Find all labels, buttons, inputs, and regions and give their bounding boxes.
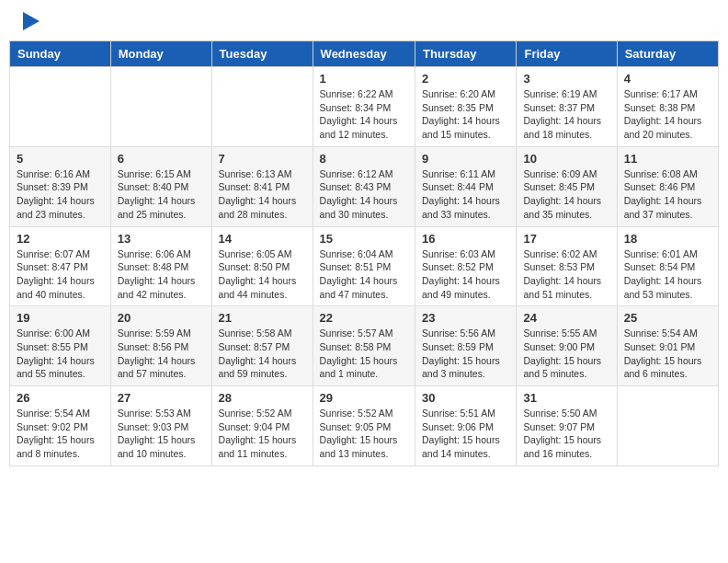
calendar-cell: 3Sunrise: 6:19 AMSunset: 8:37 PMDaylight… — [517, 67, 617, 147]
day-number: 5 — [17, 152, 104, 166]
calendar-cell: 26Sunrise: 5:54 AMSunset: 9:02 PMDayligh… — [10, 386, 111, 466]
calendar-cell — [211, 67, 313, 147]
calendar-cell: 29Sunrise: 5:52 AMSunset: 9:05 PMDayligh… — [313, 386, 415, 466]
day-info: Sunrise: 5:57 AMSunset: 8:58 PMDaylight:… — [320, 327, 408, 381]
day-info: Sunrise: 6:02 AMSunset: 8:53 PMDaylight:… — [523, 247, 609, 302]
calendar-week-row: 26Sunrise: 5:54 AMSunset: 9:02 PMDayligh… — [10, 386, 719, 466]
logo-arrow-icon — [23, 12, 40, 30]
day-number: 27 — [118, 391, 205, 405]
day-number: 10 — [523, 152, 609, 166]
day-number: 7 — [219, 152, 306, 166]
day-info: Sunrise: 5:54 AMSunset: 9:02 PMDaylight:… — [17, 407, 104, 461]
calendar-cell: 4Sunrise: 6:17 AMSunset: 8:38 PMDaylight… — [617, 67, 718, 147]
day-number: 13 — [118, 232, 205, 246]
day-info: Sunrise: 5:54 AMSunset: 9:01 PMDaylight:… — [624, 327, 711, 381]
day-number: 30 — [422, 391, 509, 405]
day-info: Sunrise: 5:53 AMSunset: 9:03 PMDaylight:… — [118, 407, 205, 461]
day-info: Sunrise: 6:06 AMSunset: 8:48 PMDaylight:… — [118, 247, 205, 302]
calendar-cell: 9Sunrise: 6:11 AMSunset: 8:44 PMDaylight… — [415, 146, 517, 226]
day-number: 6 — [118, 152, 205, 166]
day-info: Sunrise: 5:52 AMSunset: 9:05 PMDaylight:… — [320, 407, 408, 461]
day-info: Sunrise: 5:51 AMSunset: 9:06 PMDaylight:… — [422, 407, 509, 461]
calendar-header-monday: Monday — [110, 41, 211, 67]
calendar-cell: 19Sunrise: 6:00 AMSunset: 8:55 PMDayligh… — [10, 306, 111, 386]
day-number: 28 — [219, 391, 306, 405]
day-number: 23 — [422, 311, 509, 325]
calendar-cell: 11Sunrise: 6:08 AMSunset: 8:46 PMDayligh… — [617, 146, 718, 226]
calendar-cell: 25Sunrise: 5:54 AMSunset: 9:01 PMDayligh… — [617, 306, 718, 386]
day-number: 17 — [523, 232, 609, 246]
day-info: Sunrise: 6:08 AMSunset: 8:46 PMDaylight:… — [624, 167, 711, 222]
calendar-table: SundayMondayTuesdayWednesdayThursdayFrid… — [9, 40, 719, 466]
day-info: Sunrise: 6:04 AMSunset: 8:51 PMDaylight:… — [320, 247, 408, 302]
day-number: 1 — [320, 72, 408, 86]
calendar-cell: 10Sunrise: 6:09 AMSunset: 8:45 PMDayligh… — [517, 146, 617, 226]
day-number: 26 — [17, 391, 104, 405]
day-info: Sunrise: 6:11 AMSunset: 8:44 PMDaylight:… — [422, 167, 509, 222]
day-number: 18 — [624, 232, 711, 246]
calendar-cell — [110, 67, 211, 147]
day-info: Sunrise: 6:20 AMSunset: 8:35 PMDaylight:… — [422, 87, 509, 142]
calendar-header-row: SundayMondayTuesdayWednesdayThursdayFrid… — [10, 41, 719, 67]
day-number: 19 — [17, 311, 104, 325]
calendar-header-tuesday: Tuesday — [211, 41, 313, 67]
day-number: 14 — [219, 232, 306, 246]
calendar-header-thursday: Thursday — [415, 41, 517, 67]
calendar-cell: 5Sunrise: 6:16 AMSunset: 8:39 PMDaylight… — [10, 146, 111, 226]
page-header — [9, 9, 719, 33]
day-info: Sunrise: 6:22 AMSunset: 8:34 PMDaylight:… — [320, 87, 408, 142]
calendar-week-row: 12Sunrise: 6:07 AMSunset: 8:47 PMDayligh… — [10, 226, 719, 306]
calendar-cell: 2Sunrise: 6:20 AMSunset: 8:35 PMDaylight… — [415, 67, 517, 147]
day-number: 2 — [422, 72, 509, 86]
day-number: 8 — [320, 152, 408, 166]
calendar-cell: 16Sunrise: 6:03 AMSunset: 8:52 PMDayligh… — [415, 226, 517, 306]
calendar-cell: 20Sunrise: 5:59 AMSunset: 8:56 PMDayligh… — [110, 306, 211, 386]
calendar-cell: 7Sunrise: 6:13 AMSunset: 8:41 PMDaylight… — [211, 146, 313, 226]
calendar-cell: 31Sunrise: 5:50 AMSunset: 9:07 PMDayligh… — [517, 386, 617, 466]
day-info: Sunrise: 6:17 AMSunset: 8:38 PMDaylight:… — [624, 87, 711, 142]
calendar-cell: 1Sunrise: 6:22 AMSunset: 8:34 PMDaylight… — [313, 67, 415, 147]
day-info: Sunrise: 6:19 AMSunset: 8:37 PMDaylight:… — [523, 87, 609, 142]
calendar-cell: 15Sunrise: 6:04 AMSunset: 8:51 PMDayligh… — [313, 226, 415, 306]
calendar-cell: 12Sunrise: 6:07 AMSunset: 8:47 PMDayligh… — [10, 226, 111, 306]
day-number: 11 — [624, 152, 711, 166]
day-info: Sunrise: 6:15 AMSunset: 8:40 PMDaylight:… — [118, 167, 205, 222]
day-info: Sunrise: 6:12 AMSunset: 8:43 PMDaylight:… — [320, 167, 408, 222]
day-number: 22 — [320, 311, 408, 325]
day-info: Sunrise: 6:09 AMSunset: 8:45 PMDaylight:… — [523, 167, 609, 222]
day-info: Sunrise: 5:59 AMSunset: 8:56 PMDaylight:… — [118, 327, 205, 381]
calendar-cell — [617, 386, 718, 466]
calendar-header-sunday: Sunday — [10, 41, 111, 67]
day-info: Sunrise: 5:55 AMSunset: 9:00 PMDaylight:… — [523, 327, 609, 381]
calendar-cell: 6Sunrise: 6:15 AMSunset: 8:40 PMDaylight… — [110, 146, 211, 226]
day-number: 9 — [422, 152, 509, 166]
day-number: 3 — [523, 72, 609, 86]
calendar-week-row: 19Sunrise: 6:00 AMSunset: 8:55 PMDayligh… — [10, 306, 719, 386]
day-info: Sunrise: 6:00 AMSunset: 8:55 PMDaylight:… — [17, 327, 104, 381]
day-info: Sunrise: 6:13 AMSunset: 8:41 PMDaylight:… — [219, 167, 306, 222]
day-number: 15 — [320, 232, 408, 246]
calendar-header-friday: Friday — [517, 41, 617, 67]
calendar-cell: 24Sunrise: 5:55 AMSunset: 9:00 PMDayligh… — [517, 306, 617, 386]
day-info: Sunrise: 5:50 AMSunset: 9:07 PMDaylight:… — [523, 407, 609, 461]
day-number: 24 — [523, 311, 609, 325]
day-info: Sunrise: 5:58 AMSunset: 8:57 PMDaylight:… — [219, 327, 306, 381]
calendar-cell: 8Sunrise: 6:12 AMSunset: 8:43 PMDaylight… — [313, 146, 415, 226]
day-info: Sunrise: 6:16 AMSunset: 8:39 PMDaylight:… — [17, 167, 104, 222]
calendar-cell: 28Sunrise: 5:52 AMSunset: 9:04 PMDayligh… — [211, 386, 313, 466]
calendar-cell: 18Sunrise: 6:01 AMSunset: 8:54 PMDayligh… — [617, 226, 718, 306]
day-number: 29 — [320, 391, 408, 405]
calendar-cell: 14Sunrise: 6:05 AMSunset: 8:50 PMDayligh… — [211, 226, 313, 306]
day-info: Sunrise: 5:52 AMSunset: 9:04 PMDaylight:… — [219, 407, 306, 461]
day-number: 25 — [624, 311, 711, 325]
calendar-cell: 30Sunrise: 5:51 AMSunset: 9:06 PMDayligh… — [415, 386, 517, 466]
calendar-cell: 27Sunrise: 5:53 AMSunset: 9:03 PMDayligh… — [110, 386, 211, 466]
calendar-header-wednesday: Wednesday — [313, 41, 415, 67]
calendar-cell: 13Sunrise: 6:06 AMSunset: 8:48 PMDayligh… — [110, 226, 211, 306]
calendar-cell: 22Sunrise: 5:57 AMSunset: 8:58 PMDayligh… — [313, 306, 415, 386]
day-number: 20 — [118, 311, 205, 325]
calendar-week-row: 1Sunrise: 6:22 AMSunset: 8:34 PMDaylight… — [10, 67, 719, 147]
day-info: Sunrise: 6:03 AMSunset: 8:52 PMDaylight:… — [422, 247, 509, 302]
calendar-week-row: 5Sunrise: 6:16 AMSunset: 8:39 PMDaylight… — [10, 146, 719, 226]
logo — [17, 13, 40, 29]
